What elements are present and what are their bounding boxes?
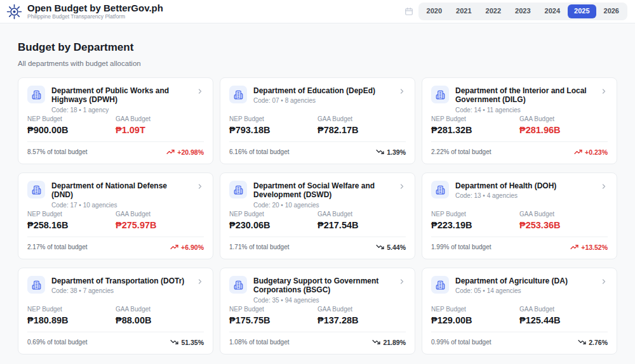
- nep-budget-label: NEP Budget: [431, 211, 519, 218]
- budget-change-value: 21.89%: [383, 339, 406, 346]
- chevron-right-icon[interactable]: [398, 86, 406, 98]
- chevron-right-icon[interactable]: [398, 276, 406, 288]
- year-tab-2021[interactable]: 2021: [450, 4, 478, 18]
- nep-budget-label: NEP Budget: [27, 115, 116, 122]
- department-code: Code: 07 • 8 agencies: [253, 97, 392, 104]
- year-tab-2022[interactable]: 2022: [479, 4, 507, 18]
- nep-budget-label: NEP Budget: [229, 306, 318, 313]
- budget-change-indicator: +13.52%: [570, 243, 608, 251]
- building-icon: [27, 181, 45, 198]
- building-icon: [229, 276, 247, 294]
- department-card[interactable]: Budgetary Support to Government Corporat…: [220, 268, 415, 354]
- department-name: Department of Public Works and Highways …: [51, 86, 190, 105]
- department-code: Code: 17 • 10 agencies: [51, 202, 190, 209]
- budget-change-indicator: 5.44%: [376, 243, 406, 251]
- department-card[interactable]: Department of Health (DOH) Code: 13 • 4 …: [422, 172, 617, 259]
- nep-budget-value: ₱230.06B: [229, 220, 318, 230]
- share-of-total-budget: 2.17% of total budget: [27, 244, 88, 250]
- share-of-total-budget: 1.71% of total budget: [229, 244, 290, 250]
- share-of-total-budget: 0.69% of total budget: [27, 339, 88, 346]
- trending-up-icon: [570, 243, 578, 251]
- share-of-total-budget: 6.16% of total budget: [229, 148, 290, 155]
- nep-budget-label: NEP Budget: [431, 306, 519, 313]
- budget-change-indicator: 1.39%: [376, 148, 406, 156]
- year-tabs: 2020202120222023202420252026: [418, 3, 627, 20]
- department-code: Code: 38 • 7 agencies: [51, 287, 190, 294]
- department-card[interactable]: Department of National Defense (DND) Cod…: [18, 172, 213, 259]
- gaa-budget-value: ₱88.00B: [116, 315, 204, 325]
- department-card[interactable]: Department of Transportation (DOTr) Code…: [18, 268, 213, 354]
- gaa-budget-label: GAA Budget: [116, 306, 204, 313]
- year-selector: 2020202120222023202420252026: [404, 3, 627, 20]
- page-subtitle: All departments with budget allocation: [18, 60, 617, 67]
- year-tab-2023[interactable]: 2023: [509, 4, 537, 18]
- gaa-budget-value: ₱125.44B: [519, 315, 608, 325]
- gaa-budget-value: ₱275.97B: [116, 220, 204, 230]
- chevron-right-icon[interactable]: [196, 86, 204, 98]
- nep-budget-value: ₱223.19B: [431, 220, 519, 230]
- gaa-budget-label: GAA Budget: [116, 115, 204, 122]
- building-icon: [229, 86, 247, 103]
- budget-change-indicator: 21.89%: [372, 338, 406, 346]
- trending-down-icon: [578, 338, 586, 346]
- department-name: Department of the Interior and Local Gov…: [455, 86, 594, 105]
- department-name: Department of Health (DOH): [455, 181, 594, 190]
- calendar-icon: [404, 7, 413, 16]
- nep-budget-label: NEP Budget: [229, 115, 318, 122]
- gaa-budget-label: GAA Budget: [519, 211, 608, 218]
- budget-change-value: +0.23%: [585, 148, 608, 156]
- chevron-right-icon[interactable]: [600, 276, 608, 288]
- gaa-budget-value: ₱137.28B: [318, 315, 406, 325]
- gaa-budget-label: GAA Budget: [318, 211, 406, 218]
- budget-change-value: 2.76%: [589, 339, 608, 346]
- department-code: Code: 05 • 14 agencies: [455, 287, 594, 294]
- brand: Open Budget by BetterGov.ph Philippine B…: [6, 3, 163, 20]
- year-tab-2024[interactable]: 2024: [538, 4, 566, 18]
- department-name: Budgetary Support to Government Corporat…: [253, 276, 392, 295]
- trending-up-icon: [166, 148, 175, 156]
- department-name: Department of Social Welfare and Develop…: [253, 181, 392, 200]
- trending-down-icon: [170, 338, 178, 346]
- gaa-budget-value: ₱281.96B: [519, 125, 608, 135]
- building-icon: [431, 276, 449, 294]
- trending-down-icon: [376, 148, 384, 156]
- chevron-right-icon[interactable]: [398, 181, 406, 193]
- nep-budget-value: ₱793.18B: [229, 125, 318, 135]
- building-icon: [27, 276, 45, 294]
- department-name: Department of Agriculture (DA): [455, 276, 594, 285]
- department-card[interactable]: Department of Public Works and Highways …: [18, 77, 213, 164]
- building-icon: [431, 181, 449, 198]
- department-code: Code: 20 • 10 agencies: [253, 202, 392, 209]
- department-code: Code: 14 • 11 agencies: [455, 107, 594, 114]
- gaa-budget-value: ₱782.17B: [318, 125, 406, 135]
- nep-budget-value: ₱900.00B: [27, 125, 116, 135]
- gaa-budget-label: GAA Budget: [116, 211, 204, 218]
- gaa-budget-label: GAA Budget: [318, 115, 406, 122]
- budget-change-value: 1.39%: [387, 148, 406, 156]
- trending-up-icon: [574, 148, 582, 156]
- chevron-right-icon[interactable]: [600, 86, 608, 98]
- budget-change-value: 5.44%: [387, 244, 406, 251]
- app-header: Open Budget by BetterGov.ph Philippine B…: [0, 0, 635, 23]
- main-content: Budget by Department All departments wit…: [0, 41, 635, 354]
- department-card[interactable]: Department of Agriculture (DA) Code: 05 …: [422, 268, 617, 354]
- department-name: Department of Education (DepEd): [253, 86, 392, 95]
- department-card[interactable]: Department of Education (DepEd) Code: 07…: [220, 77, 415, 164]
- nep-budget-value: ₱258.16B: [27, 220, 116, 230]
- year-tab-2020[interactable]: 2020: [420, 4, 448, 18]
- gaa-budget-value: ₱1.09T: [116, 125, 204, 135]
- share-of-total-budget: 1.99% of total budget: [431, 244, 491, 250]
- department-grid: Department of Public Works and Highways …: [18, 77, 617, 354]
- nep-budget-value: ₱129.00B: [431, 315, 519, 325]
- share-of-total-budget: 2.22% of total budget: [431, 148, 491, 155]
- gaa-budget-value: ₱253.36B: [519, 220, 608, 230]
- department-card[interactable]: Department of the Interior and Local Gov…: [422, 77, 617, 164]
- chevron-right-icon[interactable]: [196, 276, 204, 288]
- year-tab-2025[interactable]: 2025: [568, 4, 596, 18]
- chevron-right-icon[interactable]: [196, 181, 204, 193]
- department-card[interactable]: Department of Social Welfare and Develop…: [220, 172, 415, 259]
- share-of-total-budget: 1.08% of total budget: [229, 339, 290, 346]
- budget-change-value: +20.98%: [177, 148, 204, 156]
- year-tab-2026[interactable]: 2026: [598, 4, 625, 18]
- chevron-right-icon[interactable]: [600, 181, 608, 193]
